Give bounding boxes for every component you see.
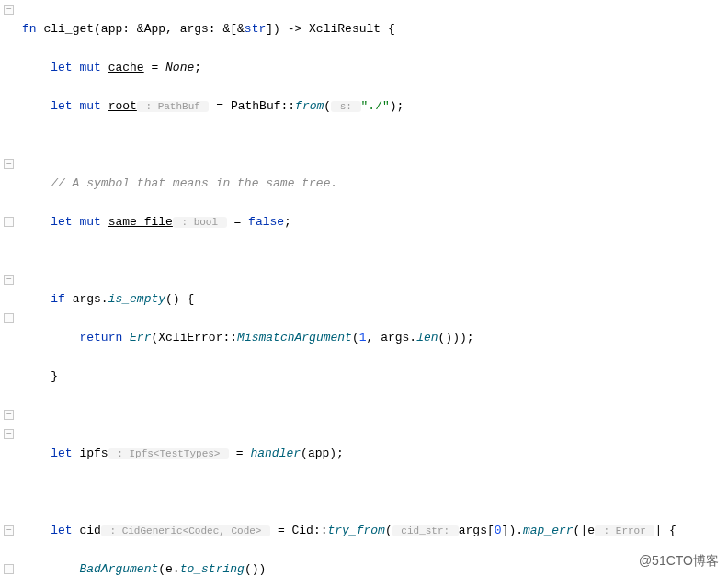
txt: , args. — [367, 331, 417, 344]
fn-call: map_err — [523, 524, 574, 537]
number: 1 — [359, 331, 367, 344]
keyword: let mut — [51, 99, 101, 113]
op: = — [227, 215, 248, 229]
txt: ]). — [502, 524, 523, 537]
type-hint: : CidGeneric<Codec, Code> — [101, 525, 270, 536]
keyword: let — [51, 524, 72, 537]
fn-call: is_empty — [108, 292, 165, 306]
op: ()) — [245, 562, 266, 576]
keyword: let — [51, 446, 72, 460]
fold-icon[interactable]: − — [4, 5, 14, 15]
params: (app: &App, args: &[& — [94, 22, 245, 36]
code-editor[interactable]: fn cli_get(app: &App, args: &[&str]) -> … — [18, 0, 728, 576]
variant: MismatchArgument — [237, 331, 352, 344]
comment: // A symbol that means in the same tree. — [51, 176, 337, 190]
fold-icon[interactable]: − — [4, 159, 14, 169]
op: | { — [654, 524, 676, 537]
keyword: str — [245, 22, 266, 36]
fn-call: to_string — [180, 562, 245, 576]
txt: args[ — [459, 524, 495, 537]
op: () { — [165, 292, 194, 306]
op: (XcliError:: — [151, 331, 237, 344]
var: cid — [73, 524, 101, 537]
fold-icon[interactable]: − — [4, 275, 14, 285]
type-hint: : PathBuf — [137, 101, 210, 112]
txt: (|e — [574, 524, 595, 537]
params: ]) -> XcliResult { — [266, 22, 394, 36]
gutter: − − − − − − — [0, 0, 18, 576]
value: None — [165, 61, 194, 74]
variant: BadArgument — [79, 562, 158, 576]
var: root — [108, 99, 137, 113]
string: "./" — [361, 99, 390, 113]
txt: (e. — [158, 562, 179, 576]
op: = Cid:: — [270, 524, 327, 537]
param-hint: cid_str: — [392, 525, 459, 536]
type-hint: : Ipfs<TestTypes> — [108, 448, 229, 459]
op: ())); — [438, 331, 474, 344]
var: cache — [108, 61, 144, 74]
var: same_file — [108, 215, 173, 229]
fn-call: len — [416, 331, 438, 344]
op: = — [229, 446, 250, 460]
fold-icon[interactable] — [4, 564, 14, 574]
op: ( — [324, 99, 331, 113]
fold-icon[interactable]: − — [4, 410, 14, 420]
op: ( — [385, 524, 392, 537]
op: ; — [284, 215, 291, 229]
fold-icon[interactable]: − — [4, 525, 14, 536]
param-hint: s: — [331, 101, 360, 112]
keyword: return — [79, 331, 122, 344]
type-hint: : Error — [595, 525, 654, 536]
op: ); — [390, 99, 404, 113]
var: ipfs — [73, 446, 108, 460]
keyword: fn — [22, 22, 37, 36]
fn-call: try_from — [328, 524, 385, 537]
keyword: let mut — [51, 215, 101, 229]
fn-name: cli_get — [43, 22, 94, 36]
op: ; — [194, 61, 201, 74]
watermark: @51CTO博客 — [639, 551, 719, 570]
keyword: let mut — [51, 61, 101, 74]
fn-call: handler — [250, 446, 301, 460]
expr: args. — [65, 292, 108, 306]
op: = — [144, 61, 165, 74]
type-hint: : bool — [173, 217, 227, 228]
fold-icon[interactable] — [4, 217, 14, 227]
fold-icon[interactable]: − — [4, 429, 14, 439]
fold-icon[interactable] — [4, 313, 14, 323]
op: = PathBuf:: — [209, 99, 295, 113]
op: ( — [352, 331, 359, 344]
op: (app); — [301, 446, 344, 460]
sp — [122, 331, 130, 344]
brace: } — [51, 369, 58, 383]
number: 0 — [495, 524, 502, 537]
fn-call: from — [295, 99, 324, 113]
keyword: if — [51, 292, 65, 306]
fn-call: Err — [130, 331, 151, 344]
keyword: false — [248, 215, 284, 229]
